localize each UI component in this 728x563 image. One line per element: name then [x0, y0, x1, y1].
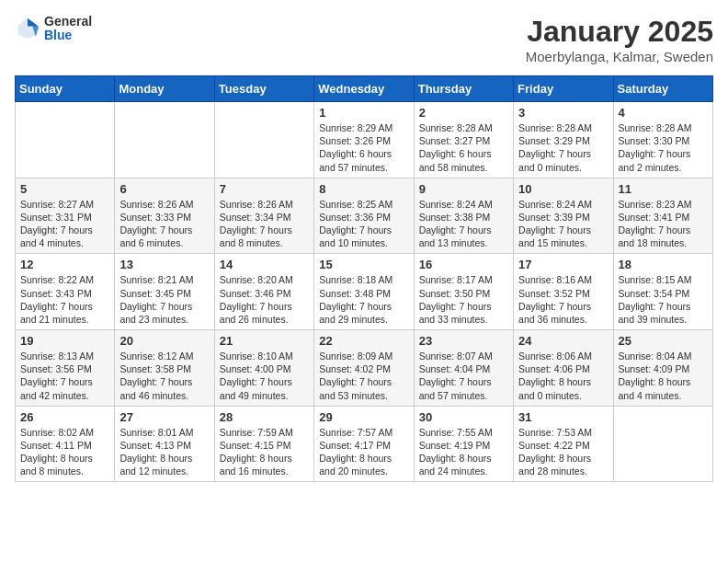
calendar-cell: 18Sunrise: 8:15 AM Sunset: 3:54 PM Dayli… [613, 254, 712, 330]
day-number: 17 [518, 258, 608, 271]
day-info: Sunrise: 7:53 AM Sunset: 4:22 PM Dayligh… [518, 426, 608, 478]
calendar-cell: 25Sunrise: 8:04 AM Sunset: 4:09 PM Dayli… [613, 330, 712, 407]
day-info: Sunrise: 7:59 AM Sunset: 4:15 PM Dayligh… [220, 426, 309, 478]
day-info: Sunrise: 8:28 AM Sunset: 3:29 PM Dayligh… [518, 121, 608, 174]
day-number: 12 [20, 258, 109, 271]
calendar-cell: 24Sunrise: 8:06 AM Sunset: 4:06 PM Dayli… [514, 330, 613, 407]
day-number: 26 [20, 410, 109, 424]
calendar-cell: 23Sunrise: 8:07 AM Sunset: 4:04 PM Dayli… [414, 330, 513, 407]
day-number: 3 [518, 106, 608, 120]
day-number: 21 [220, 334, 309, 348]
day-info: Sunrise: 8:10 AM Sunset: 4:00 PM Dayligh… [220, 350, 309, 402]
calendar-cell: 20Sunrise: 8:12 AM Sunset: 3:58 PM Dayli… [115, 330, 214, 407]
logo-general: General [44, 15, 92, 29]
day-info: Sunrise: 8:28 AM Sunset: 3:27 PM Dayligh… [419, 121, 508, 174]
calendar-week-row: 5Sunrise: 8:27 AM Sunset: 3:31 PM Daylig… [16, 178, 713, 254]
calendar-title: January 2025 [526, 15, 713, 49]
calendar-cell: 16Sunrise: 8:17 AM Sunset: 3:50 PM Dayli… [414, 254, 513, 330]
calendar-cell: 10Sunrise: 8:24 AM Sunset: 3:39 PM Dayli… [514, 178, 613, 254]
calendar-cell [16, 102, 115, 178]
calendar-cell: 30Sunrise: 7:55 AM Sunset: 4:19 PM Dayli… [414, 406, 513, 482]
page-header: General Blue January 2025 Moerbylanga, K… [15, 15, 713, 64]
calendar-cell: 9Sunrise: 8:24 AM Sunset: 3:38 PM Daylig… [414, 178, 513, 254]
calendar-cell: 4Sunrise: 8:28 AM Sunset: 3:30 PM Daylig… [613, 102, 712, 178]
day-number: 8 [319, 182, 408, 196]
day-info: Sunrise: 8:13 AM Sunset: 3:56 PM Dayligh… [20, 350, 109, 402]
calendar-cell: 17Sunrise: 8:16 AM Sunset: 3:52 PM Dayli… [514, 254, 613, 330]
calendar-week-row: 1Sunrise: 8:29 AM Sunset: 3:26 PM Daylig… [16, 102, 713, 178]
day-info: Sunrise: 8:23 AM Sunset: 3:41 PM Dayligh… [619, 198, 708, 250]
day-info: Sunrise: 8:17 AM Sunset: 3:50 PM Dayligh… [419, 273, 508, 326]
calendar-cell: 22Sunrise: 8:09 AM Sunset: 4:02 PM Dayli… [314, 330, 414, 407]
calendar-week-row: 26Sunrise: 8:02 AM Sunset: 4:11 PM Dayli… [16, 406, 713, 482]
day-number: 28 [220, 410, 309, 424]
day-number: 7 [220, 182, 309, 196]
calendar-cell: 14Sunrise: 8:20 AM Sunset: 3:46 PM Dayli… [214, 254, 313, 330]
calendar-cell: 27Sunrise: 8:01 AM Sunset: 4:13 PM Dayli… [115, 406, 214, 482]
calendar-table: SundayMondayTuesdayWednesdayThursdayFrid… [15, 75, 713, 482]
calendar-cell: 15Sunrise: 8:18 AM Sunset: 3:48 PM Dayli… [314, 254, 414, 330]
calendar-cell: 2Sunrise: 8:28 AM Sunset: 3:27 PM Daylig… [414, 102, 513, 178]
day-info: Sunrise: 8:02 AM Sunset: 4:11 PM Dayligh… [20, 426, 109, 478]
day-info: Sunrise: 7:55 AM Sunset: 4:19 PM Dayligh… [419, 426, 508, 478]
calendar-cell: 29Sunrise: 7:57 AM Sunset: 4:17 PM Dayli… [314, 406, 414, 482]
day-number: 30 [419, 410, 508, 424]
day-info: Sunrise: 8:18 AM Sunset: 3:48 PM Dayligh… [319, 273, 408, 326]
calendar-cell: 6Sunrise: 8:26 AM Sunset: 3:33 PM Daylig… [115, 178, 214, 254]
weekday-header: Sunday [16, 76, 115, 102]
calendar-week-row: 12Sunrise: 8:22 AM Sunset: 3:43 PM Dayli… [16, 254, 713, 330]
day-number: 14 [220, 258, 309, 271]
calendar-cell: 8Sunrise: 8:25 AM Sunset: 3:36 PM Daylig… [314, 178, 414, 254]
day-number: 11 [619, 182, 708, 196]
day-number: 31 [518, 410, 608, 424]
day-info: Sunrise: 7:57 AM Sunset: 4:17 PM Dayligh… [319, 426, 408, 478]
day-info: Sunrise: 8:21 AM Sunset: 3:45 PM Dayligh… [119, 273, 209, 326]
day-info: Sunrise: 8:15 AM Sunset: 3:54 PM Dayligh… [619, 273, 708, 326]
day-number: 4 [619, 106, 708, 120]
day-number: 24 [518, 334, 608, 348]
calendar-cell: 21Sunrise: 8:10 AM Sunset: 4:00 PM Dayli… [214, 330, 313, 407]
day-info: Sunrise: 8:27 AM Sunset: 3:31 PM Dayligh… [20, 198, 109, 250]
weekday-header: Monday [115, 76, 214, 102]
day-number: 18 [619, 258, 708, 271]
day-info: Sunrise: 8:26 AM Sunset: 3:34 PM Dayligh… [220, 198, 309, 250]
logo-icon [15, 16, 40, 41]
day-number: 2 [419, 106, 508, 120]
day-info: Sunrise: 8:24 AM Sunset: 3:38 PM Dayligh… [419, 198, 508, 250]
day-number: 1 [319, 106, 408, 120]
day-number: 20 [119, 334, 209, 348]
day-info: Sunrise: 8:09 AM Sunset: 4:02 PM Dayligh… [319, 350, 408, 402]
weekday-header: Wednesday [314, 76, 414, 102]
weekday-header: Tuesday [214, 76, 313, 102]
calendar-cell: 28Sunrise: 7:59 AM Sunset: 4:15 PM Dayli… [214, 406, 313, 482]
day-info: Sunrise: 8:26 AM Sunset: 3:33 PM Dayligh… [119, 198, 209, 250]
calendar-cell: 13Sunrise: 8:21 AM Sunset: 3:45 PM Dayli… [115, 254, 214, 330]
day-number: 27 [119, 410, 209, 424]
day-number: 29 [319, 410, 408, 424]
calendar-cell [115, 102, 214, 178]
calendar-cell: 11Sunrise: 8:23 AM Sunset: 3:41 PM Dayli… [613, 178, 712, 254]
logo-blue: Blue [44, 29, 92, 42]
calendar-cell: 12Sunrise: 8:22 AM Sunset: 3:43 PM Dayli… [16, 254, 115, 330]
calendar-cell: 5Sunrise: 8:27 AM Sunset: 3:31 PM Daylig… [16, 178, 115, 254]
day-number: 6 [119, 182, 209, 196]
weekday-header: Thursday [414, 76, 513, 102]
day-number: 5 [20, 182, 109, 196]
weekday-header-row: SundayMondayTuesdayWednesdayThursdayFrid… [16, 76, 713, 102]
logo-text: General Blue [44, 15, 92, 43]
day-info: Sunrise: 8:25 AM Sunset: 3:36 PM Dayligh… [319, 198, 408, 250]
day-number: 10 [518, 182, 608, 196]
day-number: 22 [319, 334, 408, 348]
calendar-cell: 1Sunrise: 8:29 AM Sunset: 3:26 PM Daylig… [314, 102, 414, 178]
calendar-cell [214, 102, 313, 178]
calendar-cell: 19Sunrise: 8:13 AM Sunset: 3:56 PM Dayli… [16, 330, 115, 407]
day-number: 25 [619, 334, 708, 348]
day-info: Sunrise: 8:01 AM Sunset: 4:13 PM Dayligh… [119, 426, 209, 478]
day-number: 13 [119, 258, 209, 271]
day-number: 9 [419, 182, 508, 196]
day-info: Sunrise: 8:29 AM Sunset: 3:26 PM Dayligh… [319, 121, 408, 174]
day-info: Sunrise: 8:12 AM Sunset: 3:58 PM Dayligh… [119, 350, 209, 402]
calendar-cell [613, 406, 712, 482]
day-number: 23 [419, 334, 508, 348]
day-number: 16 [419, 258, 508, 271]
